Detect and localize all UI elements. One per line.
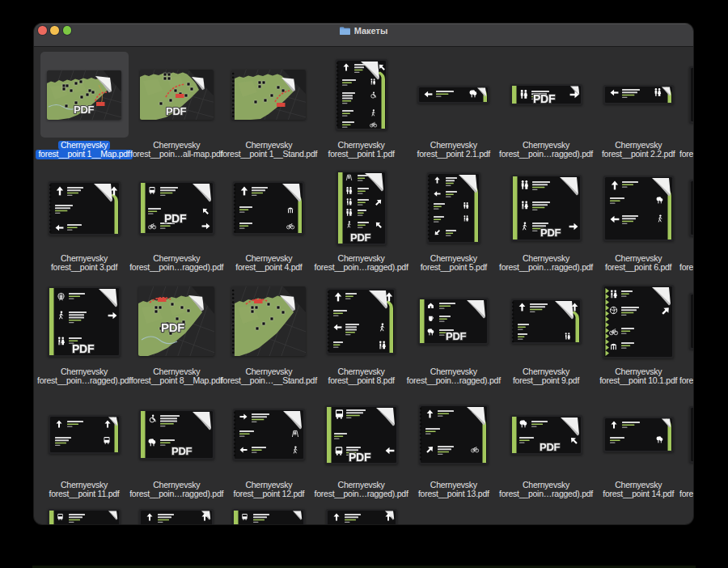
svg-text:PDF: PDF (74, 104, 95, 116)
svg-text:PDF: PDF (540, 227, 561, 239)
svg-text:PDF: PDF (446, 330, 467, 342)
svg-text:PDF: PDF (161, 320, 184, 334)
svg-text:PDF: PDF (166, 105, 187, 117)
svg-text:PDF: PDF (350, 231, 371, 244)
svg-text:PDF: PDF (164, 212, 187, 225)
svg-text:PDF: PDF (349, 451, 371, 464)
svg-text:PDF: PDF (72, 342, 95, 355)
svg-text:PDF: PDF (171, 445, 193, 457)
svg-text:PDF: PDF (533, 92, 556, 105)
svg-text:PDF: PDF (540, 441, 561, 453)
